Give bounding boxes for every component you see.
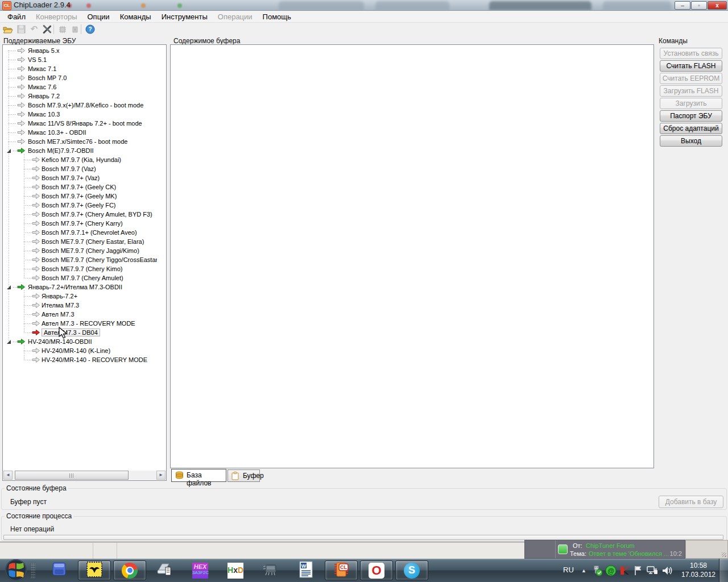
tree-item[interactable]: Январь 7.2 — [3, 92, 157, 101]
tab-file-base[interactable]: База файлов — [171, 469, 226, 482]
tree-item[interactable]: Bosch M7.9.7+ (Chery Karry) — [3, 219, 157, 228]
popup-subject-link[interactable]: Ответ в теме 'Обновился ... — [589, 550, 669, 557]
add-to-base-button[interactable]: Добавить в базу — [659, 496, 723, 508]
read-flash-button[interactable]: Считать FLASH — [660, 60, 722, 72]
taskbar-app-word[interactable]: W — [289, 560, 322, 580]
tree-item[interactable]: Микас 11/VS 8/Январь 7.2+ - boot mode — [3, 119, 157, 128]
start-button[interactable] — [5, 559, 28, 582]
close-button[interactable]: x — [708, 1, 727, 10]
tree-item[interactable]: Bosch ME7.x/Simtec76 - boot mode — [3, 137, 157, 146]
tree-item-label: Автел M7.3 - DB04 — [42, 329, 100, 336]
tree-item[interactable]: Январь-7.2+/Ителма M7.3-OBDII — [3, 282, 157, 292]
action-center-flag-icon[interactable] — [632, 565, 644, 576]
tree-item[interactable]: Bosch ME7.9.7 (Chery Eastar, Elara) — [3, 237, 157, 246]
tree-item[interactable]: Bosch M7.9.7+ (Geely FC) — [3, 201, 157, 210]
open-file-icon[interactable] — [2, 24, 14, 35]
hidden-icons-arrow[interactable]: ▲ — [581, 568, 586, 573]
tree-item[interactable]: Bosch M7.9.7.1+ (Chevrolet Aveo) — [3, 228, 157, 237]
tools-icon[interactable] — [41, 24, 52, 35]
taskbar-clock[interactable]: 10:58 17.03.2012 — [680, 561, 717, 579]
tree-connector — [24, 251, 32, 251]
tree-item-label: Bosch ME7.9.7 (Chery Eastar, Elara) — [42, 238, 144, 245]
tree-item[interactable]: Bosch M7.9.7 (Chery Amulet) — [3, 273, 157, 282]
menu-item-operations[interactable]: Операции — [213, 11, 258, 23]
tree-item[interactable]: Bosch ME7.9.7 (Chery Tiggo/CrossEastar/F… — [3, 255, 157, 264]
taskbar-app-scanner[interactable] — [148, 560, 181, 580]
tree-item[interactable]: Bosch M(E)7.9.7-OBDII — [3, 146, 157, 155]
taskbar-app-chrome[interactable] — [113, 560, 146, 580]
tree-item[interactable]: Bosch ME7.9.7 (Chery Jaggi/Kimo) — [3, 246, 157, 255]
process-state-text: Нет операций — [10, 525, 54, 533]
popup-from-link[interactable]: ChipTuner Forum — [586, 542, 635, 549]
menu-item-options[interactable]: Опции — [82, 11, 115, 23]
tab-buffer[interactable]: Буфер — [228, 469, 260, 482]
volume-icon[interactable] — [661, 565, 672, 576]
menu-item-help[interactable]: Помощь — [258, 11, 296, 23]
ecu-passport-button[interactable]: Паспорт ЭБУ — [660, 110, 722, 122]
reset-adaptations-button[interactable]: Сброс адаптаций — [660, 123, 722, 134]
usb-device-icon[interactable] — [592, 565, 603, 576]
read-eeprom-button[interactable]: Считать EEPROM — [660, 73, 722, 84]
taskbar-app-hxd-editor[interactable]: HxD — [219, 560, 252, 580]
menu-item-tools[interactable]: Инструменты — [156, 11, 213, 23]
taskbar-app-opera[interactable]: O — [360, 560, 393, 580]
taskbar-app-hex-editor[interactable]: HEX3A3F2C — [184, 560, 217, 580]
tree-item[interactable]: Январь 5.x — [3, 46, 157, 55]
scroll-right-arrow[interactable]: ► — [156, 471, 166, 480]
taskbar-app-skype[interactable]: S — [395, 560, 428, 580]
tree-item[interactable]: Bosch M7.9.7 (Vaz) — [3, 164, 157, 173]
load-flash-button[interactable]: Загрузить FLASH — [660, 85, 722, 97]
network-icon[interactable] — [646, 565, 657, 576]
tree-item[interactable]: Автел M7.3 — [3, 310, 157, 319]
tree-item[interactable]: Автел M7.3 - DB04 — [3, 328, 157, 337]
kaspersky-icon[interactable] — [619, 565, 630, 576]
tree-item[interactable]: HV-240/MR-140 - RECOVERY MODE — [3, 355, 157, 364]
tree-item[interactable]: Микас 7.1 — [3, 64, 157, 73]
tree-item[interactable]: Bosch MP 7.0 — [3, 73, 157, 82]
tree-item[interactable]: Микас 7.6 — [3, 82, 157, 92]
exit-button[interactable]: Выход — [660, 135, 722, 147]
read-chip-icon — [57, 24, 68, 35]
taskbar-app-computer[interactable] — [43, 560, 76, 580]
menu-item-commands[interactable]: Команды — [115, 11, 156, 23]
language-indicator[interactable]: RU — [563, 566, 574, 574]
scroll-left-arrow[interactable]: ◄ — [3, 471, 13, 480]
horizontal-scrollbar[interactable]: ◄ ► — [3, 471, 166, 480]
tree-item[interactable]: Bosch M7.9.7+ (Chery Amulet, BYD F3) — [3, 210, 157, 219]
title-bar[interactable]: CL ChipLoader 2.9.4 – ▫ x — [0, 0, 728, 11]
minimize-button[interactable]: – — [675, 1, 690, 10]
mail-notification-popup[interactable]: От: ChipTuner Forum Тема: Ответ в теме '… — [524, 540, 685, 559]
tree-item[interactable]: HV-240/MR-140-OBDII — [3, 337, 157, 346]
tree-item[interactable]: Ителма M7.3 — [3, 301, 157, 310]
scrollbar-thumb[interactable] — [15, 471, 129, 480]
load-eeprom-button[interactable]: Загрузить EEPROM — [660, 98, 722, 109]
tree-item[interactable]: Kefico M7.9.7 (Kia, Hyundai) — [3, 155, 157, 164]
taskbar-app-chiploader[interactable]: CL — [325, 560, 358, 580]
skype-icon: S — [404, 563, 420, 579]
arrow-red-icon — [32, 329, 40, 338]
resize-grip[interactable] — [722, 552, 726, 557]
icq-icon[interactable]: @ — [605, 565, 617, 576]
menu-item-file[interactable]: Файл — [2, 11, 31, 23]
tree-connector — [8, 78, 16, 78]
menu-item-converters[interactable]: Конверторы — [31, 11, 82, 23]
tree-item[interactable]: Bosch M7.9.7+ (Geely MK) — [3, 192, 157, 201]
tree-item[interactable]: Микас 10.3 — [3, 110, 157, 119]
tree-item[interactable]: Автел M7.3 - RECOVERY MODE — [3, 319, 157, 328]
tree-item[interactable]: Bosch ME7.9.7 (Chery Kimo) — [3, 264, 157, 273]
tree-item[interactable]: Bosch M7.9.7+ (Geely CK) — [3, 182, 157, 192]
tree-item[interactable]: Bosch M7.9.x(+)/M7.8/Kefico - boot mode — [3, 101, 157, 110]
tree-item[interactable]: Bosch M7.9.7+ (Vaz) — [3, 173, 157, 182]
tree-item[interactable]: Январь-7.2+ — [3, 292, 157, 301]
arrow-gray-icon — [32, 165, 40, 174]
taskbar-app-chip-programmer[interactable] — [254, 560, 287, 580]
tree-item[interactable]: Микас 10.3+ - OBDII — [3, 128, 157, 137]
show-desktop-button[interactable] — [719, 559, 728, 582]
help-icon[interactable]: ? — [84, 24, 96, 35]
maximize-button[interactable]: ▫ — [691, 1, 707, 10]
tree-item[interactable]: HV-240/MR-140 (K-Line) — [3, 346, 157, 355]
tree-item[interactable]: VS 5.1 — [3, 55, 157, 64]
taskbar-app-the-bat[interactable] — [78, 560, 111, 580]
connect-button[interactable]: Установить связь — [660, 48, 722, 59]
tree-item-label: Bosch M7.9.7 (Chery Amulet) — [42, 275, 123, 281]
